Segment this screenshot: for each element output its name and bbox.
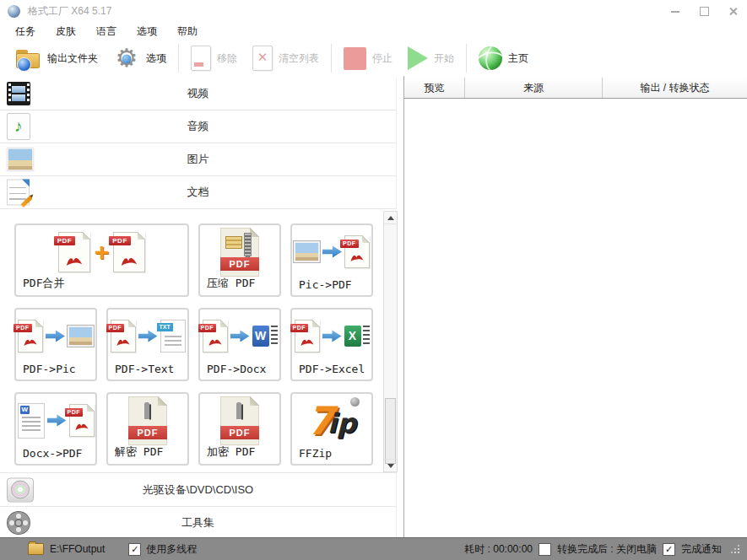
window-title: 格式工厂 X64 5.17 <box>28 4 111 19</box>
tool-label: PDF->Text <box>115 363 174 375</box>
toolbar-separator <box>466 44 467 73</box>
sidebar-item-picture[interactable]: 图片 <box>0 143 397 176</box>
arrow-right-icon <box>322 330 342 342</box>
sidebar-item-document[interactable]: 文档 <box>0 176 397 209</box>
pdf-page-icon: PDF <box>295 320 320 353</box>
pdf-page-icon: PDF <box>113 232 145 272</box>
scroll-down-button[interactable] <box>384 459 397 471</box>
status-bar: E:\FFOutput ✓ 使用多线程 耗时 : 00:00:00 转换完成后 … <box>0 537 747 560</box>
sidebar-item-video[interactable]: 视频 <box>0 78 397 110</box>
start-button[interactable]: 开始 <box>400 42 462 74</box>
remove-icon <box>191 46 211 71</box>
tool-label: PDF合并 <box>23 276 64 291</box>
shutdown-label: 转换完成后 : 关闭电脑 <box>557 542 657 557</box>
pdf-page-icon: PDF <box>58 232 90 272</box>
stop-button[interactable]: 停止 <box>336 42 400 74</box>
menu-bar: 任务 皮肤 语言 选项 帮助 <box>0 23 747 40</box>
tool-label: Docx->PDF <box>23 447 82 460</box>
column-preview[interactable]: 预览 <box>404 78 465 98</box>
tool-pdf-to-excel[interactable]: PDF X PDF->Excel <box>290 308 373 381</box>
pdf-page-icon: PDF <box>18 320 43 353</box>
clear-list-label: 清空列表 <box>279 51 319 66</box>
tool-label: 解密 PDF <box>115 444 163 460</box>
sidebar-item-audio[interactable]: ♪ 音频 <box>0 110 397 143</box>
pdf-page-icon: PDF <box>203 320 228 353</box>
lock-pdf-icon: PDF <box>220 396 259 445</box>
sidebar-item-label: 音频 <box>0 119 396 134</box>
column-source[interactable]: 来源 <box>465 78 603 98</box>
tools-scrollbar[interactable] <box>383 211 398 472</box>
tool-pic-to-pdf[interactable]: PDF Pic->PDF <box>290 223 373 297</box>
home-label: 主页 <box>508 51 528 66</box>
start-icon <box>408 46 428 70</box>
clear-list-button[interactable]: 清空列表 <box>245 42 327 74</box>
options-label: 选项 <box>146 51 166 66</box>
photo-icon <box>294 241 320 262</box>
app-window: 格式工厂 X64 5.17 任务 皮肤 语言 选项 帮助 输出文件夹 ⚙ 选项 … <box>0 0 747 560</box>
tool-label: Pic->PDF <box>299 278 352 291</box>
column-output-status[interactable]: 输出 / 转换状态 <box>603 78 747 98</box>
pdf-page-icon: PDF <box>344 235 370 268</box>
shutdown-checkbox[interactable] <box>539 543 551 556</box>
close-button[interactable] <box>718 0 747 23</box>
text-page-icon: TXT <box>160 320 186 353</box>
elapsed-time: 耗时 : 00:00:00 <box>464 542 533 557</box>
tool-ffzip[interactable]: 7ip FFZip <box>290 392 373 466</box>
tool-pdf-to-pic[interactable]: PDF PDF->Pic <box>14 308 97 381</box>
unlock-pdf-icon: PDF <box>128 396 167 445</box>
minimize-button[interactable] <box>661 0 690 23</box>
sidebar-item-label: 工具集 <box>0 515 396 530</box>
tool-label: PDF->Docx <box>207 363 266 375</box>
remove-button[interactable]: 移除 <box>183 42 245 74</box>
output-folder-label: 输出文件夹 <box>47 51 98 66</box>
remove-label: 移除 <box>217 51 237 66</box>
sidebar-item-toolset[interactable]: 工具集 <box>0 506 397 538</box>
tool-docx-to-pdf[interactable]: W PDF Docx->PDF <box>14 392 97 466</box>
tool-pdf-decrypt[interactable]: PDF 解密 PDF <box>106 392 189 466</box>
home-button[interactable]: 主页 <box>471 42 536 74</box>
photo-icon <box>68 326 94 347</box>
multithread-checkbox[interactable]: ✓ <box>128 543 141 556</box>
tool-label: PDF->Excel <box>299 363 365 375</box>
menu-skin[interactable]: 皮肤 <box>49 24 83 39</box>
toolbar-separator <box>331 44 332 73</box>
tool-label: PDF->Pic <box>23 363 76 375</box>
tool-pdf-encrypt[interactable]: PDF 加密 PDF <box>198 392 281 466</box>
sidebar-item-label: 光驱设备\DVD\CD\ISO <box>0 482 396 498</box>
stop-label: 停止 <box>372 51 392 66</box>
tool-pdf-compress[interactable]: PDF 压缩 PDF <box>198 223 281 297</box>
menu-language[interactable]: 语言 <box>89 24 123 39</box>
minimize-icon <box>671 11 679 13</box>
scroll-up-button[interactable] <box>384 212 397 224</box>
plus-icon: + <box>95 240 110 265</box>
arrow-right-icon <box>322 245 342 258</box>
menu-task[interactable]: 任务 <box>8 24 42 39</box>
doc-lines-icon <box>363 326 370 347</box>
lock-icon <box>236 405 243 420</box>
title-bar: 格式工厂 X64 5.17 <box>0 0 747 23</box>
menu-options[interactable]: 选项 <box>130 24 164 39</box>
tool-label: FFZip <box>299 447 332 460</box>
tool-pdf-to-text[interactable]: PDF TXT PDF->Text <box>106 308 189 381</box>
menu-help[interactable]: 帮助 <box>171 24 204 39</box>
resize-grip[interactable] <box>731 545 740 554</box>
output-path[interactable]: E:\FFOutput <box>50 543 105 555</box>
home-globe-icon <box>479 46 502 70</box>
close-icon <box>728 7 738 16</box>
sidebar-item-label: 文档 <box>0 185 396 200</box>
options-button[interactable]: ⚙ 选项 <box>106 42 174 74</box>
word-doc-icon: W <box>18 403 45 439</box>
tool-label: 压缩 PDF <box>207 276 255 291</box>
doc-lines-icon <box>271 326 278 347</box>
category-panel: 视频 ♪ 音频 图片 文档 PDF + PDF PD <box>0 76 403 537</box>
sidebar-item-disc-device[interactable]: 光驱设备\DVD\CD\ISO <box>0 472 397 507</box>
app-icon <box>8 5 20 18</box>
output-folder-button[interactable]: 输出文件夹 <box>8 42 106 74</box>
maximize-button[interactable] <box>690 0 718 23</box>
tool-pdf-merge[interactable]: PDF + PDF PDF合并 <box>14 223 189 297</box>
scrollbar-thumb[interactable] <box>385 398 396 464</box>
start-label: 开始 <box>434 51 454 66</box>
output-path-folder-icon <box>28 543 44 555</box>
notify-checkbox[interactable]: ✓ <box>663 543 675 556</box>
tool-pdf-to-docx[interactable]: PDF W PDF->Docx <box>198 308 281 381</box>
